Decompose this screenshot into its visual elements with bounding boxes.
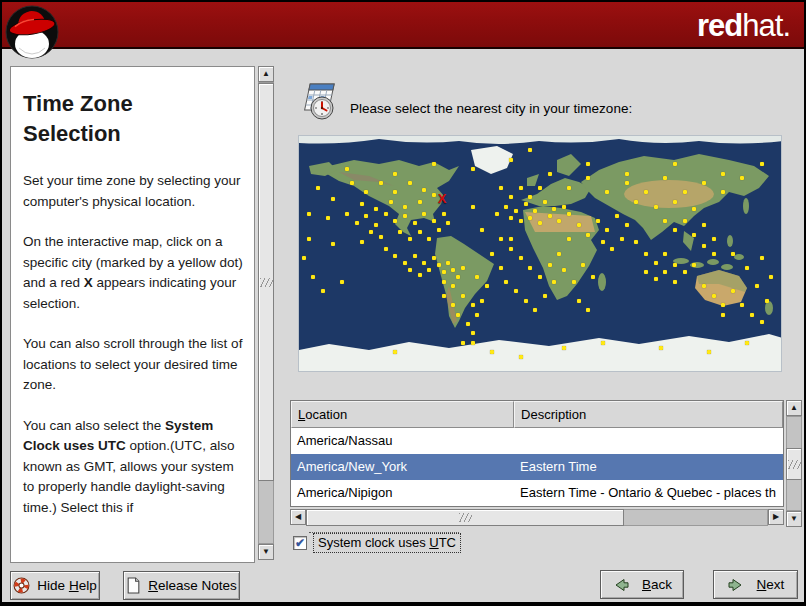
city-dot[interactable] <box>663 252 667 256</box>
city-dot[interactable] <box>379 235 383 239</box>
city-dot[interactable] <box>712 252 716 256</box>
city-dot[interactable] <box>475 275 479 279</box>
city-dot[interactable] <box>480 228 484 232</box>
city-dot[interactable] <box>461 266 465 270</box>
city-dot[interactable] <box>625 181 629 185</box>
city-dot[interactable] <box>702 284 706 288</box>
city-dot[interactable] <box>509 237 513 241</box>
scroll-down-button[interactable]: ▼ <box>786 511 802 527</box>
scroll-thumb[interactable] <box>306 509 624 526</box>
city-dot[interactable] <box>683 190 687 194</box>
city-dot[interactable] <box>398 230 402 234</box>
city-dot[interactable] <box>760 256 764 260</box>
city-dot[interactable] <box>393 172 397 176</box>
city-dot[interactable] <box>683 219 687 223</box>
city-dot[interactable] <box>519 186 523 190</box>
scroll-right-button[interactable]: ▶ <box>768 509 784 525</box>
scroll-thumb[interactable] <box>258 83 274 481</box>
city-dot[interactable] <box>408 181 412 185</box>
city-dot[interactable] <box>461 341 465 345</box>
city-dot[interactable] <box>673 228 677 232</box>
city-dot[interactable] <box>499 237 503 241</box>
city-dot[interactable] <box>514 209 518 213</box>
back-button[interactable]: Back <box>600 570 684 599</box>
city-dot[interactable] <box>331 242 335 246</box>
city-dot[interactable] <box>326 216 330 220</box>
city-dot[interactable] <box>721 190 725 194</box>
city-dot[interactable] <box>471 167 475 171</box>
city-dot[interactable] <box>432 193 436 197</box>
city-dot[interactable] <box>345 167 349 171</box>
city-dot[interactable] <box>321 289 325 293</box>
city-dot[interactable] <box>692 233 696 237</box>
scroll-thumb[interactable] <box>786 448 802 480</box>
city-dot[interactable] <box>403 205 407 209</box>
city-dot[interactable] <box>634 200 638 204</box>
city-dot[interactable] <box>634 240 638 244</box>
city-dot[interactable] <box>442 294 446 298</box>
city-dot[interactable] <box>692 263 696 267</box>
city-dot[interactable] <box>350 181 354 185</box>
city-dot[interactable] <box>418 273 422 277</box>
city-dot[interactable] <box>456 275 460 279</box>
city-dot[interactable] <box>307 237 311 241</box>
table-row[interactable]: America/Nipigon Eastern Time - Ontario &… <box>291 480 783 506</box>
city-dot[interactable] <box>663 219 667 223</box>
city-dot[interactable] <box>533 209 537 213</box>
city-dot[interactable] <box>596 219 600 223</box>
city-dot[interactable] <box>442 212 446 216</box>
city-dot[interactable] <box>471 303 475 307</box>
city-dot[interactable] <box>528 216 532 220</box>
city-dot[interactable] <box>673 200 677 204</box>
city-dot[interactable] <box>413 221 417 225</box>
city-dot[interactable] <box>369 230 373 234</box>
city-dot[interactable] <box>490 350 494 354</box>
city-dot[interactable] <box>721 313 725 317</box>
city-dot[interactable] <box>360 202 364 206</box>
city-dot[interactable] <box>495 212 499 216</box>
help-scrollbar[interactable]: ▲ ▼ <box>258 66 274 560</box>
city-dot[interactable] <box>654 277 658 281</box>
city-dot[interactable] <box>384 212 388 216</box>
city-dot[interactable] <box>374 207 378 211</box>
city-dot[interactable] <box>499 266 503 270</box>
city-dot[interactable] <box>577 223 581 227</box>
city-dot[interactable] <box>446 221 450 225</box>
city-dot[interactable] <box>586 176 590 180</box>
city-dot[interactable] <box>702 223 706 227</box>
city-dot[interactable] <box>552 280 556 284</box>
table-row[interactable]: America/Nassau <box>291 428 783 454</box>
city-dot[interactable] <box>485 284 489 288</box>
city-dot[interactable] <box>471 331 475 335</box>
city-dot[interactable] <box>654 261 658 265</box>
city-dot[interactable] <box>567 186 571 190</box>
city-dot[interactable] <box>538 221 542 225</box>
city-dot[interactable] <box>427 237 431 241</box>
city-dot[interactable] <box>432 219 436 223</box>
city-dot[interactable] <box>422 212 426 216</box>
city-dot[interactable] <box>750 313 754 317</box>
city-dot[interactable] <box>437 228 441 232</box>
city-dot[interactable] <box>567 237 571 241</box>
city-dot[interactable] <box>673 280 677 284</box>
city-dot[interactable] <box>702 181 706 185</box>
city-dot[interactable] <box>562 268 566 272</box>
city-dot[interactable] <box>504 280 508 284</box>
city-dot[interactable] <box>408 268 412 272</box>
city-dot[interactable] <box>384 247 388 251</box>
city-dot[interactable] <box>610 247 614 251</box>
city-dot[interactable] <box>374 223 378 227</box>
city-dot[interactable] <box>528 148 532 152</box>
city-dot[interactable] <box>509 158 513 162</box>
city-dot[interactable] <box>673 162 677 166</box>
city-dot[interactable] <box>360 240 364 244</box>
city-dot[interactable] <box>442 280 446 284</box>
table-vscrollbar[interactable]: ▲ ▼ <box>786 400 802 527</box>
city-dot[interactable] <box>644 190 648 194</box>
utc-checkbox-label[interactable]: System clock uses UTC <box>313 533 461 553</box>
city-dot[interactable] <box>745 341 749 345</box>
city-dot[interactable] <box>769 275 773 279</box>
city-dot[interactable] <box>514 289 518 293</box>
hide-help-button[interactable]: Hide Help <box>10 571 100 600</box>
city-dot[interactable] <box>355 221 359 225</box>
